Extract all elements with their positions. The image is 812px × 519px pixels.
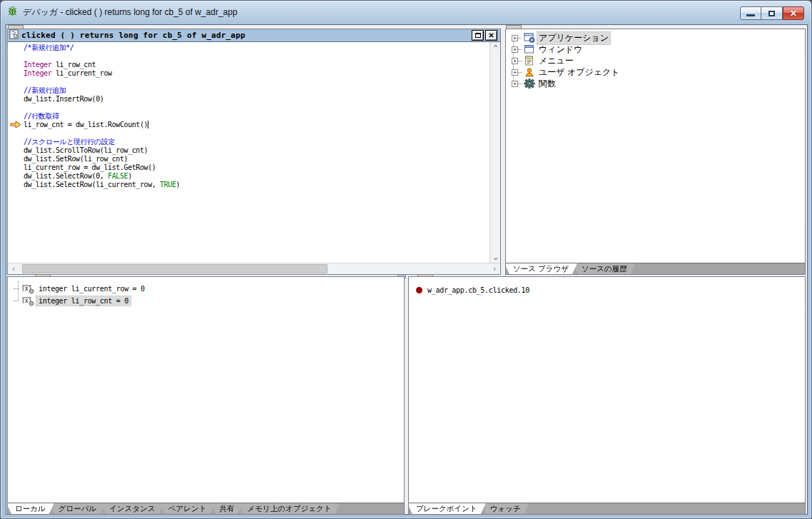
tree-item-label: メニュー: [537, 55, 575, 67]
script-close-button[interactable]: ✕: [485, 30, 497, 41]
code-line: dw_list.SelectRow(li_current_row, TRUE): [24, 181, 489, 189]
code-line: [24, 52, 489, 61]
minimize-button[interactable]: [740, 6, 761, 20]
script-maximize-button[interactable]: [472, 30, 484, 41]
expand-icon[interactable]: +: [512, 58, 518, 64]
code-lines: /*新規行追加*/Integer li_row_cntInteger li_cu…: [24, 44, 489, 189]
script-icon: [9, 29, 19, 42]
tree-guide-line: [518, 61, 522, 61]
script-titlebar[interactable]: clicked ( ) returns long for cb_5 of w_a…: [8, 29, 500, 42]
minimize-icon: [746, 14, 755, 16]
tree-item[interactable]: +ウィンドウ: [507, 44, 803, 55]
scrollbar-thumb[interactable]: [22, 264, 328, 273]
scroll-right-icon[interactable]: ›: [489, 263, 500, 274]
code-line: //スクロールと現行行の設定: [24, 138, 489, 146]
code-line: [24, 129, 489, 138]
application-icon: [524, 33, 535, 43]
variable-icon: (x): [21, 296, 34, 306]
tab[interactable]: ブレークポイント: [409, 503, 486, 514]
close-icon: ✕: [488, 32, 494, 39]
tree-item-label: ユーザ オブジェクト: [537, 66, 621, 79]
variable-text: integer li_current_row = 0: [36, 284, 147, 293]
code-gutter: [8, 42, 24, 263]
tree-guide-line: [518, 72, 522, 73]
code-line: li_row_cnt = dw_list.RowCount(): [24, 121, 489, 129]
bug-icon: [6, 5, 19, 20]
code-line: dw_list.SelectRow(0, FALSE): [24, 172, 489, 181]
tab[interactable]: ソースの履歴: [573, 263, 636, 274]
tree-guide-line: [518, 38, 522, 39]
code-line: dw_list.ScrollToRow(li_row_cnt): [24, 146, 489, 155]
text-caret: [148, 121, 148, 129]
scroll-down-icon[interactable]: ⌄: [490, 251, 501, 263]
tree-guide-line: [518, 84, 522, 84]
breakpoints-tabs: ブレークポイントウォッチ: [409, 503, 805, 514]
code-line: li_current_row = dw_list.GetRow(): [24, 163, 489, 172]
debugger-window: デバッガ - clicked ( ) returns long for cb_5…: [0, 0, 812, 519]
source-browser-tree: +アプリケーション+ウィンドウ+メニュー+ユーザ オブジェクト+関数: [507, 32, 803, 89]
expand-icon[interactable]: +: [512, 81, 518, 87]
tree-item-label: 関数: [537, 78, 557, 90]
tree-item[interactable]: +アプリケーション: [507, 32, 803, 44]
tab[interactable]: ローカル: [8, 503, 54, 514]
tab[interactable]: ペアレント: [160, 503, 215, 514]
tab[interactable]: インスタンス: [101, 503, 163, 514]
breakpoint-text: w_adr_app.cb_5.clicked.10: [427, 286, 529, 294]
expand-icon[interactable]: +: [512, 46, 518, 53]
variable-text: integer li_row_cnt = 0: [36, 296, 131, 306]
code-line: Integer li_current_row: [24, 69, 489, 78]
variables-pane: (x)integer li_current_row = 0(x)integer …: [7, 276, 405, 515]
code-line: /*新規行追加*/: [24, 44, 489, 52]
scroll-up-icon[interactable]: ⌃: [490, 42, 501, 54]
script-editor-pane: clicked ( ) returns long for cb_5 of w_a…: [7, 29, 501, 275]
code-line: dw_list.InsertRow(0): [24, 95, 489, 104]
breakpoint-item[interactable]: w_adr_app.cb_5.clicked.10: [413, 284, 803, 296]
tree-item[interactable]: +ユーザ オブジェクト: [507, 66, 803, 78]
code-line: dw_list.SetRow(li_row_cnt): [24, 155, 489, 163]
code-line: Integer li_row_cnt: [24, 61, 489, 69]
current-line-arrow-icon: [10, 121, 22, 129]
breakpoint-icon: [416, 287, 422, 293]
code-line: [24, 78, 489, 86]
tab[interactable]: ウォッチ: [482, 503, 529, 514]
window-title: デバッガ - clicked ( ) returns long for cb_5…: [23, 6, 238, 19]
variable-icon: (x): [21, 284, 34, 293]
window-icon: [524, 44, 535, 54]
tab[interactable]: 共有: [210, 503, 243, 514]
code-line: //行数取得: [24, 112, 489, 121]
breakpoints-list: w_adr_app.cb_5.clicked.10: [413, 284, 803, 296]
code-line: //新規行追加: [24, 86, 489, 95]
tree-guide-line: [14, 301, 19, 301]
code-line: [24, 104, 489, 112]
source-browser-pane: +アプリケーション+ウィンドウ+メニュー+ユーザ オブジェクト+関数 ソース ブ…: [505, 29, 806, 275]
script-title: clicked ( ) returns long for cb_5 of w_a…: [21, 31, 245, 40]
vertical-scrollbar[interactable]: ⌃ ⌄: [489, 42, 500, 263]
variable-item[interactable]: (x)integer li_row_cnt = 0: [14, 295, 404, 307]
tree-guide-line: [518, 49, 522, 50]
user-object-icon: [524, 67, 535, 77]
close-button[interactable]: ✕: [783, 6, 804, 20]
horizontal-scrollbar[interactable]: ‹ ›: [8, 263, 500, 274]
tab[interactable]: グローバル: [50, 503, 105, 514]
tree-item-label: ウィンドウ: [537, 44, 584, 56]
expand-icon[interactable]: +: [512, 35, 518, 41]
titlebar[interactable]: デバッガ - clicked ( ) returns long for cb_5…: [1, 1, 811, 24]
variable-item[interactable]: (x)integer li_current_row = 0: [14, 283, 404, 295]
tree-item[interactable]: +メニュー: [507, 55, 803, 66]
source-browser-tabs: ソース ブラウザソースの履歴: [506, 263, 805, 274]
restore-button[interactable]: [761, 6, 783, 20]
restore-icon: [768, 11, 775, 16]
close-icon: ✕: [790, 9, 797, 18]
menu-icon: [524, 56, 535, 66]
tab[interactable]: ソース ブラウザ: [506, 263, 577, 274]
tree-item-label: アプリケーション: [537, 32, 610, 44]
tree-item[interactable]: +関数: [507, 78, 803, 89]
variables-list: (x)integer li_current_row = 0(x)integer …: [8, 283, 404, 307]
expand-icon[interactable]: +: [512, 69, 518, 76]
scroll-left-icon[interactable]: ‹: [8, 263, 19, 274]
code-editor[interactable]: /*新規行追加*/Integer li_row_cntInteger li_cu…: [8, 42, 489, 263]
tab[interactable]: メモリ上のオブジェクト: [238, 503, 340, 514]
tree-guide-line: [14, 288, 19, 289]
breakpoints-pane: w_adr_app.cb_5.clicked.10 ブレークポイントウォッチ: [408, 276, 806, 515]
client-area: clicked ( ) returns long for cb_5 of w_a…: [6, 24, 808, 515]
